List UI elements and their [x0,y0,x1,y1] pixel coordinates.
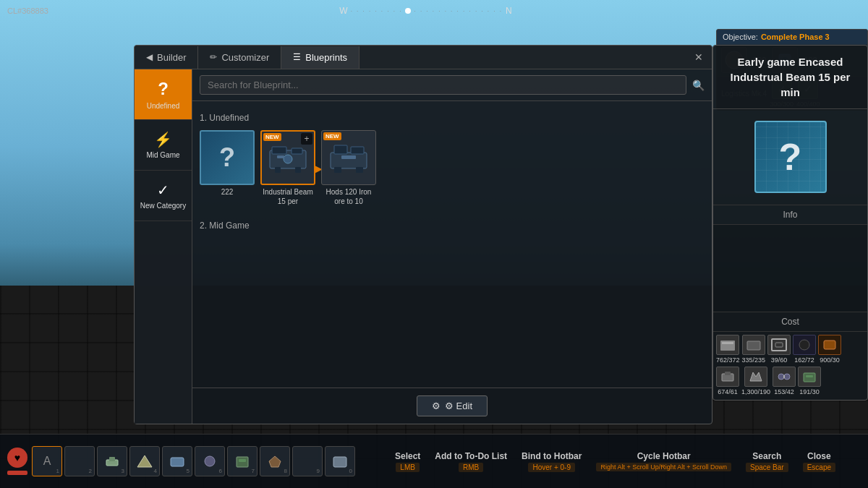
category-undefined[interactable]: ? Undefined [135,69,192,120]
cost-item-3: 39/60 [767,335,791,364]
svg-marker-33 [137,455,152,467]
svg-rect-23 [824,341,835,349]
svg-rect-20 [772,339,786,351]
hotbar-slot-9[interactable]: 9 [292,446,323,476]
category-newcategory[interactable]: ✓ New Category [135,171,192,221]
hint-select-label: Select [395,451,420,461]
customizer-icon: ✏ [210,52,217,62]
cost-count-6: 674/61 [718,388,738,395]
blueprint-item-hods[interactable]: NEW Hods 120 Iron ore to 10 [320,130,378,206]
edit-label: ⚙ Edit [445,401,472,411]
svg-rect-32 [109,457,115,461]
cost-icon-9 [798,367,821,387]
section-2-label: Mid Game [209,221,249,231]
svg-rect-39 [333,457,346,467]
health-bar [7,471,27,475]
svg-point-26 [778,374,784,380]
top-hud: CL#368883 W · · · · · · · · · · · · · · … [0,0,868,22]
cost-count-9: 191/30 [799,388,820,395]
svg-point-9 [284,155,292,163]
svg-rect-30 [806,375,813,377]
cost-item-1: 762/372 [716,335,740,364]
svg-rect-25 [725,372,731,375]
hotbar-slots: A 1 2 3 4 5 6 7 [32,446,355,476]
hotbar-slot-7[interactable]: 7 [227,446,258,476]
svg-rect-34 [171,458,184,466]
detail-question-mark: ? [779,135,802,179]
cost-count-1: 762/372 [716,356,740,364]
bp-add-btn-industrial[interactable]: + [301,133,312,145]
hint-todo-key: RMB [459,463,483,472]
edit-button[interactable]: ⚙ ⚙ Edit [417,395,488,416]
hint-search: Search Space Bar [746,451,788,472]
blueprint-panel: ◀ Builder ✏ Customizer ☰ Blueprints ✕ ? … [134,45,712,424]
hint-cycle-label: Cycle Hotbar [637,451,691,461]
hint-bind-key: Hover + 0-9 [528,463,575,472]
hotbar-slot-4[interactable]: 4 [129,446,160,476]
detail-panel: Early game Encased Industrual Beam 15 pe… [712,45,868,401]
bp-new-badge-hods: NEW [323,132,341,140]
search-input[interactable] [200,75,686,95]
bp-new-badge-industrial: NEW [263,133,281,141]
cost-row-2: 674/61 1,300/190 153/42 191/30 [713,365,867,400]
undefined-icon: ? [158,79,169,99]
tab-customizer[interactable]: ✏ Customizer [198,46,281,69]
compass-dots-east: · · · · · · · · · · · · · · · [414,8,502,14]
blueprint-item-222[interactable]: ? 222 [198,130,256,206]
search-bar: 🔍 [192,69,712,101]
hotbar-slot-num-3: 3 [122,468,124,474]
tab-blueprints[interactable]: ☰ Blueprints [281,46,359,69]
hint-select: Select LMB [395,451,420,472]
hint-close: Close Escape [803,451,835,472]
cost-icon-5 [818,335,841,355]
tab-blueprints-label: Blueprints [305,52,347,63]
section-2-number: 2. [200,221,209,231]
cost-icon-8 [773,367,796,387]
cost-icon-4 [793,335,816,355]
hint-cycle-key: Right Alt + Scroll Up/Right Alt + Scroll… [596,463,731,471]
svg-rect-8 [295,167,301,173]
category-midgame[interactable]: ⚡ Mid Game [135,120,192,171]
cost-row-1: 762/372 335/235 39/60 162/72 [713,332,867,365]
blueprint-item-industrial[interactable]: NEW + [259,130,317,206]
bp-label-industrial: Industrial Beam 15 per [260,187,315,206]
tab-builder-label: Builder [157,52,186,63]
cost-item-9: 191/30 [798,367,821,395]
blueprint-grid-1: ? 222 NEW + [198,130,706,206]
hotbar-slot-0[interactable]: 0 [325,446,355,476]
hint-select-key: LMB [396,463,420,472]
content-area: 🔍 1. Undefined ? 222 [192,69,712,424]
action-hints: Select LMB Add to To-Do List RMB Bind to… [362,451,868,472]
hotbar-slot-2[interactable]: 2 [64,446,95,476]
svg-rect-5 [272,147,286,154]
health-section: ♥ [7,448,27,475]
hotbar-slot-1[interactable]: A 1 [32,446,62,476]
hotbar-slot-num-7: 7 [252,468,255,474]
hotbar-slot-num-1: 1 [56,468,59,474]
objective-header-label: Objective: [723,33,758,41]
section-1-number: 1. [200,113,209,123]
cost-icon-1 [716,335,739,355]
bp-thumbnail-industrial: NEW + [260,130,315,185]
hint-bind: Bind to Hotbar Hover + 0-9 [522,451,582,472]
objective-title: Complete Phase 3 [761,33,830,41]
cost-icon-3 [767,335,791,355]
tab-builder[interactable]: ◀ Builder [135,46,198,69]
hotbar-slot-3[interactable]: 3 [97,446,127,476]
hotbar-slot-5[interactable]: 5 [162,446,192,476]
hotbar-left: ♥ A 1 2 3 4 5 [0,446,362,476]
svg-point-27 [784,374,790,380]
hotbar-slot-num-4: 4 [154,468,157,474]
cost-count-8: 153/42 [774,388,794,395]
close-button[interactable]: ✕ [686,46,712,69]
hotbar-slot-6[interactable]: 6 [195,446,225,476]
hotbar-slot-num-2: 2 [89,468,92,474]
cost-icon-7 [744,367,767,387]
bp-thumbnail-222: ? [200,130,255,185]
detail-preview: ? [713,109,867,205]
bp-label-222: 222 [221,187,234,197]
hotbar-slot-num-5: 5 [187,468,190,474]
hotbar-slot-num-8: 8 [284,468,287,474]
hotbar-slot-8[interactable]: 8 [260,446,290,476]
undefined-label: Undefined [147,102,180,111]
